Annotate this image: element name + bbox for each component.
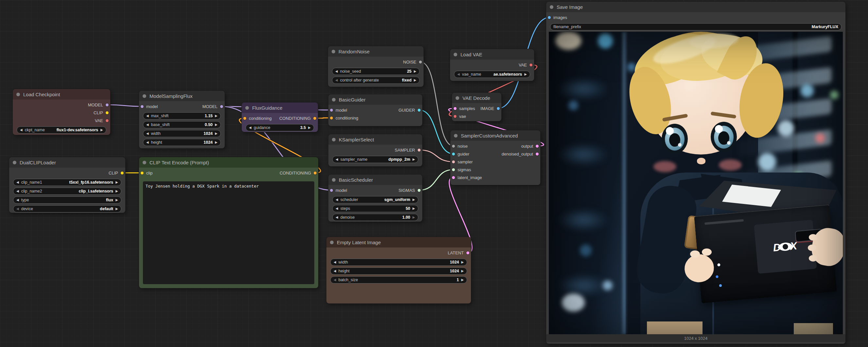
VAE-output-port[interactable] bbox=[529, 63, 532, 66]
decrement-arrow[interactable]: ◀ bbox=[146, 141, 149, 144]
prompt-textarea[interactable]: Toy Jensen holding a DGX Spark in a data… bbox=[143, 181, 314, 284]
MODEL-output-port[interactable] bbox=[106, 104, 108, 106]
decrement-arrow[interactable]: ◀ bbox=[334, 261, 336, 264]
decrement-arrow[interactable]: ◀ bbox=[17, 190, 19, 193]
increment-arrow[interactable]: ▶ bbox=[100, 128, 103, 132]
widget-denoise[interactable]: ◀denoise1.00▶ bbox=[332, 214, 418, 221]
noise-input-port[interactable] bbox=[452, 145, 455, 148]
collapse-dot[interactable] bbox=[332, 178, 336, 182]
decrement-arrow[interactable]: ◀ bbox=[17, 181, 19, 184]
MODEL-output-port[interactable] bbox=[220, 105, 223, 108]
node-clip_text[interactable]: CLIP Text Encode (Prompt)clipCONDITIONIN… bbox=[139, 157, 318, 288]
vae-input-port[interactable] bbox=[454, 115, 457, 118]
node-sampler_custom[interactable]: SamplerCustomAdvancednoiseguidersamplers… bbox=[451, 130, 540, 185]
node-dual_clip[interactable]: DualCLIPLoaderCLIP◀clip_name1t5xxl_fp16.… bbox=[9, 157, 125, 213]
output-output-port[interactable] bbox=[536, 145, 539, 148]
decrement-arrow[interactable]: ◀ bbox=[335, 70, 338, 73]
decrement-arrow[interactable]: ◀ bbox=[146, 123, 149, 126]
node-flux_guidance[interactable]: FluxGuidanceconditioningCONDITIONING◀gui… bbox=[242, 103, 318, 132]
images-input-port[interactable] bbox=[548, 16, 551, 19]
node-random_noise[interactable]: RandomNoiseNOISE◀noise_seed25▶◀control a… bbox=[328, 46, 424, 87]
node-basic_guider[interactable]: BasicGuidermodelconditioningGUIDER bbox=[328, 94, 422, 126]
node-vae_decode[interactable]: VAE DecodesamplesvaeIMAGE bbox=[452, 93, 501, 121]
widget-device[interactable]: ◀devicedefault▶ bbox=[13, 205, 121, 212]
node-load_checkpoint[interactable]: Load CheckpointMODELCLIPVAE◀ckpt_nameflu… bbox=[13, 89, 110, 135]
increment-arrow[interactable]: ▶ bbox=[414, 79, 416, 82]
widget-ckpt_name[interactable]: ◀ckpt_nameflux1-dev.safetensors▶ bbox=[17, 126, 106, 134]
increment-arrow[interactable]: ▶ bbox=[524, 73, 527, 76]
widget-batch_size[interactable]: ◀batch_size1▶ bbox=[330, 276, 467, 284]
conditioning-input-port[interactable] bbox=[243, 117, 246, 120]
decrement-arrow[interactable]: ◀ bbox=[334, 269, 336, 273]
collapse-dot[interactable] bbox=[454, 53, 457, 56]
collapse-dot[interactable] bbox=[245, 106, 249, 110]
collapse-dot[interactable] bbox=[330, 241, 334, 244]
widget-height[interactable]: ◀height1024▶ bbox=[143, 139, 221, 146]
CONDITIONING-output-port[interactable] bbox=[314, 172, 317, 174]
clip-input-port[interactable] bbox=[141, 172, 144, 174]
decrement-arrow[interactable]: ◀ bbox=[146, 114, 149, 118]
widget-type[interactable]: ◀typeflux▶ bbox=[13, 196, 121, 204]
decrement-arrow[interactable]: ◀ bbox=[17, 207, 19, 210]
decrement-arrow[interactable]: ◀ bbox=[336, 216, 338, 219]
collapse-dot[interactable] bbox=[550, 5, 553, 9]
node-empty_latent[interactable]: Empty Latent ImageLATENT◀width1024▶◀heig… bbox=[327, 237, 471, 303]
increment-arrow[interactable]: ▶ bbox=[308, 126, 311, 129]
node-graph-canvas[interactable]: Load CheckpointMODELCLIPVAE◀ckpt_nameflu… bbox=[0, 0, 868, 347]
collapse-dot[interactable] bbox=[143, 161, 146, 164]
decrement-arrow[interactable]: ◀ bbox=[17, 198, 19, 202]
model-input-port[interactable] bbox=[330, 109, 333, 112]
widget-height[interactable]: ◀height1024▶ bbox=[330, 267, 467, 274]
model-input-port[interactable] bbox=[141, 105, 144, 108]
increment-arrow[interactable]: ▶ bbox=[215, 141, 217, 144]
increment-arrow[interactable]: ▶ bbox=[215, 114, 217, 118]
decrement-arrow[interactable]: ◀ bbox=[336, 158, 338, 161]
widget-width[interactable]: ◀width1024▶ bbox=[330, 259, 467, 266]
increment-arrow[interactable]: ▶ bbox=[215, 132, 217, 135]
node-load_vae[interactable]: Load VAEVAE◀vae_nameae.safetensors▶ bbox=[450, 49, 534, 81]
latent_image-input-port[interactable] bbox=[452, 176, 455, 179]
increment-arrow[interactable]: ▶ bbox=[461, 278, 464, 282]
increment-arrow[interactable]: ▶ bbox=[412, 198, 415, 201]
increment-arrow[interactable]: ▶ bbox=[215, 123, 217, 126]
decrement-arrow[interactable]: ◀ bbox=[457, 73, 460, 76]
conditioning-input-port[interactable] bbox=[330, 117, 333, 119]
widget-sampler_name[interactable]: ◀sampler_namedpmpp_2m▶ bbox=[332, 156, 418, 163]
collapse-dot[interactable] bbox=[332, 98, 336, 102]
widget-clip_name1[interactable]: ◀clip_name1t5xxl_fp16.safetensors▶ bbox=[13, 179, 121, 186]
widget-width[interactable]: ◀width1024▶ bbox=[143, 130, 221, 137]
widget-max_shift[interactable]: ◀max_shift1.15▶ bbox=[143, 112, 221, 119]
decrement-arrow[interactable]: ◀ bbox=[335, 79, 338, 82]
decrement-arrow[interactable]: ◀ bbox=[334, 278, 336, 282]
increment-arrow[interactable]: ▶ bbox=[414, 70, 416, 73]
LATENT-output-port[interactable] bbox=[466, 252, 469, 254]
node-basic_scheduler[interactable]: BasicSchedulermodelSIGMAS◀schedulersgm_u… bbox=[328, 174, 422, 222]
decrement-arrow[interactable]: ◀ bbox=[146, 132, 149, 135]
collapse-dot[interactable] bbox=[456, 96, 459, 100]
increment-arrow[interactable]: ▶ bbox=[461, 269, 464, 273]
IMAGE-output-port[interactable] bbox=[497, 107, 500, 110]
widget-filename_prefix[interactable]: filename_prefixMarkuryFLUX bbox=[550, 23, 841, 30]
increment-arrow[interactable]: ▶ bbox=[116, 181, 118, 184]
guider-input-port[interactable] bbox=[452, 152, 455, 155]
CLIP-output-port[interactable] bbox=[106, 111, 108, 114]
collapse-dot[interactable] bbox=[13, 161, 17, 164]
widget-scheduler[interactable]: ◀schedulersgm_uniform▶ bbox=[332, 196, 418, 203]
decrement-arrow[interactable]: ◀ bbox=[336, 198, 338, 201]
increment-arrow[interactable]: ▶ bbox=[412, 158, 415, 161]
widget-clip_name2[interactable]: ◀clip_name2clip_l.safetensors▶ bbox=[13, 187, 121, 195]
sigmas-input-port[interactable] bbox=[452, 168, 455, 171]
widget-steps[interactable]: ◀steps50▶ bbox=[332, 205, 418, 212]
increment-arrow[interactable]: ▶ bbox=[116, 190, 118, 193]
increment-arrow[interactable]: ▶ bbox=[412, 216, 415, 219]
SAMPLER-output-port[interactable] bbox=[417, 149, 421, 151]
node-model_sampling[interactable]: ModelSamplingFluxmodelMODEL◀max_shift1.1… bbox=[139, 91, 225, 148]
collapse-dot[interactable] bbox=[454, 134, 458, 138]
CLIP-output-port[interactable] bbox=[121, 172, 124, 174]
decrement-arrow[interactable]: ◀ bbox=[20, 128, 23, 132]
increment-arrow[interactable]: ▶ bbox=[116, 207, 118, 210]
node-save_image[interactable]: Save Imageimagesfilename_prefixMarkuryFL… bbox=[546, 2, 845, 344]
decrement-arrow[interactable]: ◀ bbox=[249, 126, 251, 129]
decrement-arrow[interactable]: ◀ bbox=[336, 207, 338, 210]
NOISE-output-port[interactable] bbox=[419, 61, 422, 63]
